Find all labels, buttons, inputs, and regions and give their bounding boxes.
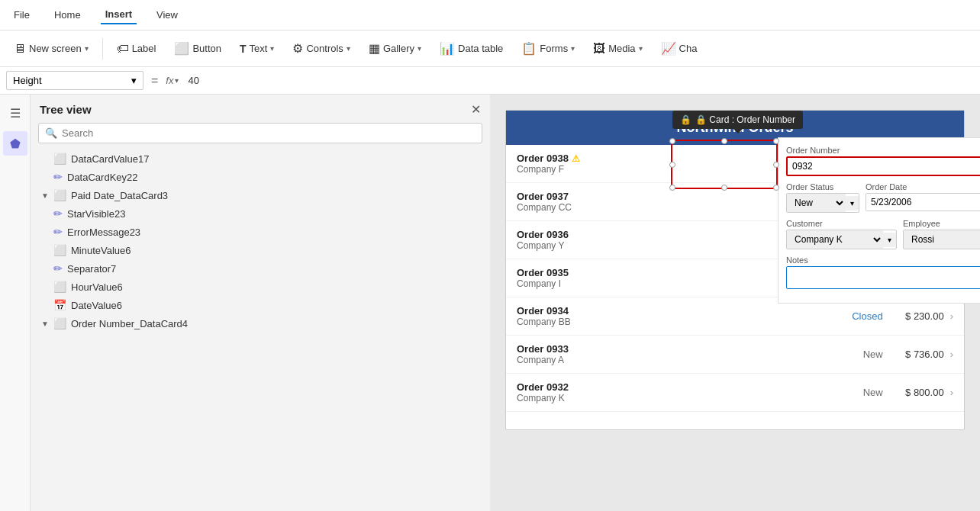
tree-item-minutevalue6[interactable]: ⬜ MinuteValue6: [49, 241, 484, 259]
tree-view-panel: Tree view ✕ 🔍 ⬜ DataCardValue17 ✏ DataCa…: [31, 95, 490, 511]
search-icon: 🔍: [45, 127, 57, 139]
customer-label: Customer: [786, 219, 897, 228]
order-number-0932: Order 0932: [517, 381, 822, 393]
separator7-label: Separator7: [67, 263, 116, 275]
formula-dropdown-label: Height: [13, 75, 42, 86]
chart-icon: 📈: [661, 41, 676, 56]
controls-button[interactable]: ⚙ Controls ▾: [285, 37, 357, 60]
order-status-label: Order Status: [786, 182, 859, 191]
tree-item-hourvalue6[interactable]: ⬜ HourValue6: [49, 278, 484, 296]
media-btn-label: Media: [608, 43, 635, 54]
datacardvalue17-icon: ⬜: [53, 153, 66, 165]
search-box[interactable]: 🔍: [38, 123, 482, 143]
gallery-icon: ▦: [369, 41, 380, 56]
gallery-chevron: ▾: [417, 44, 421, 53]
formula-fx-chevron: ▾: [175, 76, 179, 85]
tree-item-datacardvalue17[interactable]: ⬜ DataCardValue17: [49, 149, 484, 168]
formula-dropdown[interactable]: Height ▾: [6, 71, 143, 90]
order-company-0932: Company K: [517, 393, 822, 403]
tree-item-ordernumber-datacard4[interactable]: ▼ ⬜ Order Number_DataCard4: [37, 314, 484, 333]
formula-bar: Height ▾ = fx ▾ 40: [0, 67, 980, 95]
chart-button[interactable]: 📈 Cha: [653, 37, 705, 60]
order-date-wrap: 📅: [866, 193, 980, 211]
order-info-0935: Order 0935 Company I: [517, 267, 822, 289]
tree-close-button[interactable]: ✕: [471, 102, 481, 117]
formula-value[interactable]: 40: [182, 72, 974, 89]
formula-dropdown-chevron: ▾: [131, 75, 137, 86]
form-row-customer-employee: Customer Company K ▾ Employee Rossi: [786, 219, 980, 249]
media-icon: 🖼: [593, 42, 605, 56]
paiddate-icon: ⬜: [53, 189, 66, 201]
notes-input[interactable]: [786, 266, 980, 289]
order-info-0936: Order 0936 Company Y: [517, 229, 822, 251]
formula-equals: =: [151, 74, 158, 88]
menu-insert[interactable]: Insert: [101, 5, 137, 24]
menu-bar: File Home Insert View: [0, 0, 980, 31]
tree-item-errormessage23[interactable]: ✏ ErrorMessage23: [49, 223, 484, 241]
hourvalue6-icon: ⬜: [53, 281, 66, 293]
menu-view[interactable]: View: [152, 6, 182, 24]
employee-select[interactable]: Rossi: [904, 230, 980, 249]
card-lock-icon: 🔒: [680, 114, 691, 125]
form-row-status-date: Order Status New Closed Invoiced Shipped…: [786, 182, 980, 213]
datacardvalue17-label: DataCardValue17: [71, 153, 149, 165]
forms-icon: 📋: [521, 41, 537, 56]
form-panel: Order Number Order Status New Closed Inv…: [778, 137, 980, 304]
data-table-button[interactable]: 📊 Data table: [432, 37, 511, 60]
gallery-button[interactable]: ▦ Gallery ▾: [361, 37, 429, 60]
table-row[interactable]: Order 0932 Company K New $ 800.00 ›: [506, 374, 964, 412]
forms-button[interactable]: 📋 Forms ▾: [514, 37, 582, 60]
order-info-0934: Order 0934 Company BB: [517, 305, 822, 327]
menu-file[interactable]: File: [9, 6, 34, 24]
formula-fx-button[interactable]: fx ▾: [166, 75, 179, 86]
customer-arrow: ▾: [883, 233, 896, 247]
forms-chevron: ▾: [571, 44, 575, 53]
media-chevron: ▾: [639, 44, 643, 53]
new-screen-button[interactable]: 🖥 New screen ▾: [6, 37, 96, 60]
sidebar-hamburger-icon[interactable]: ☰: [3, 101, 27, 125]
forms-btn-label: Forms: [540, 43, 568, 54]
datacardkey22-icon: ✏: [53, 171, 63, 183]
menu-home[interactable]: Home: [50, 6, 85, 24]
errormessage23-icon: ✏: [53, 226, 63, 238]
data-table-btn-label: Data table: [458, 43, 503, 54]
tree-item-datevalue6[interactable]: 📅 DateValue6: [49, 296, 484, 314]
customer-select[interactable]: Company K: [787, 230, 883, 249]
order-status-select-wrap: New Closed Invoiced Shipped ▾: [786, 193, 859, 213]
table-row[interactable]: Order 0933 Company A New $ 736.00 ›: [506, 336, 964, 374]
form-row-ordernumber: Order Number: [786, 146, 980, 176]
label-button[interactable]: 🏷 Label: [109, 37, 164, 60]
warn-icon-0938: ⚠: [572, 153, 580, 164]
notes-label: Notes: [786, 256, 980, 265]
text-button[interactable]: T Text ▾: [232, 38, 282, 59]
new-screen-icon: 🖥: [14, 42, 26, 56]
order-status-select[interactable]: New Closed Invoiced Shipped: [787, 194, 846, 212]
order-number-0934: Order 0934: [517, 305, 822, 317]
order-number-input[interactable]: [786, 156, 980, 176]
starvisible23-label: StarVisible23: [67, 208, 125, 220]
form-field-orderstatus: Order Status New Closed Invoiced Shipped…: [786, 182, 859, 213]
text-icon: T: [240, 43, 247, 55]
text-chevron: ▾: [270, 44, 274, 53]
search-input[interactable]: [62, 127, 475, 139]
customer-select-wrap: Company K ▾: [786, 230, 897, 249]
hourvalue6-label: HourValue6: [71, 281, 123, 293]
tree-items: ⬜ DataCardValue17 ✏ DataCardKey22 ▼ ⬜ Pa…: [31, 149, 490, 511]
form-row-notes: Notes: [786, 256, 980, 289]
order-number-0933: Order 0933: [517, 343, 822, 355]
media-button[interactable]: 🖼 Media ▾: [585, 37, 650, 60]
separator7-icon: ✏: [53, 262, 63, 275]
tree-item-paiddate-datacard3[interactable]: ▼ ⬜ Paid Date_DataCard3: [37, 186, 484, 204]
order-date-input[interactable]: [866, 194, 980, 211]
tree-item-starvisible23[interactable]: ✏ StarVisible23: [49, 204, 484, 223]
button-icon: ⬜: [174, 41, 189, 56]
button-button[interactable]: ⬜ Button: [166, 37, 229, 60]
formula-fx-label: fx: [166, 75, 173, 86]
form-field-orderdate: Order Date 📅: [866, 182, 980, 213]
tree-item-datacardkey22[interactable]: ✏ DataCardKey22: [49, 168, 484, 186]
tree-item-separator7[interactable]: ✏ Separator7: [49, 259, 484, 278]
form-field-ordernumber: Order Number: [786, 146, 980, 176]
sidebar-layers-icon[interactable]: ⬟: [3, 131, 27, 156]
order-company-0937: Company CC: [517, 202, 822, 213]
order-amount-0933: $ 736.00: [883, 349, 944, 360]
